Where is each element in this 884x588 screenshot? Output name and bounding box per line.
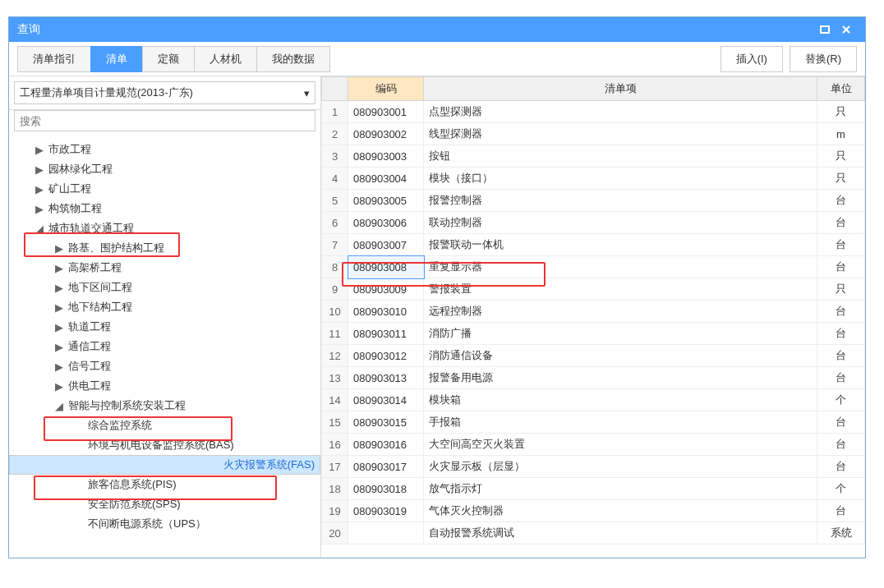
tree-item[interactable]: 安全防范系统(SPS)	[9, 494, 320, 514]
cell-unit[interactable]: 台	[817, 256, 865, 278]
tab-1[interactable]: 清单	[90, 46, 143, 72]
tree-item[interactable]: ▶信号工程	[9, 356, 320, 376]
tree-item[interactable]: 不间断电源系统（UPS）	[9, 514, 320, 534]
cell-unit[interactable]: m	[817, 123, 865, 145]
cell-code[interactable]: 080903003	[348, 145, 424, 168]
tree-item[interactable]: ▶构筑物工程	[9, 199, 320, 218]
cell-code[interactable]: 080903011	[348, 323, 424, 345]
cell-code[interactable]: 080903014	[348, 389, 424, 411]
tree-item[interactable]: ▶轨道工程	[9, 317, 320, 337]
cell-unit[interactable]: 只	[817, 145, 865, 168]
col-code[interactable]: 编码	[348, 77, 424, 101]
table-row[interactable]: 17080903017火灾显示板（层显）台	[322, 456, 865, 478]
cell-unit[interactable]: 台	[817, 234, 865, 256]
tree-item[interactable]: ◢城市轨道交通工程	[9, 218, 320, 238]
table-row[interactable]: 18080903018放气指示灯个	[322, 478, 865, 500]
cell-item[interactable]: 警报装置	[424, 278, 817, 301]
cell-item[interactable]: 消防广播	[424, 323, 817, 345]
cell-code[interactable]: 080903005	[348, 190, 424, 212]
cell-code[interactable]: 080903009	[348, 278, 424, 301]
cell-unit[interactable]: 个	[817, 478, 865, 500]
cell-code[interactable]: 080903015	[348, 411, 424, 434]
cell-unit[interactable]: 只	[817, 278, 865, 301]
cell-code[interactable]: 080903001	[348, 101, 424, 123]
table-row[interactable]: 5080903005报警控制器台	[322, 190, 865, 212]
cell-code[interactable]: 080903006	[348, 212, 424, 234]
cell-item[interactable]: 消防通信设备	[424, 345, 817, 367]
cell-code[interactable]: 080903002	[348, 123, 424, 145]
table-row[interactable]: 6080903006联动控制器台	[322, 212, 865, 234]
table-row[interactable]: 3080903003按钮只	[322, 145, 865, 168]
cell-code[interactable]: 080903013	[348, 367, 424, 389]
table-row[interactable]: 4080903004模块（接口）只	[322, 168, 865, 190]
col-unit[interactable]: 单位	[817, 77, 865, 101]
cell-unit[interactable]: 台	[817, 323, 865, 345]
cell-item[interactable]: 放气指示灯	[424, 478, 817, 500]
cell-item[interactable]: 点型探测器	[424, 101, 817, 123]
cell-item[interactable]: 大空间高空灭火装置	[424, 434, 817, 456]
insert-button[interactable]: 插入(I)	[721, 46, 783, 72]
cell-item[interactable]: 按钮	[424, 145, 817, 168]
cell-unit[interactable]: 系统	[817, 522, 865, 544]
cell-unit[interactable]: 个	[817, 389, 865, 411]
table-row[interactable]: 13080903013报警备用电源台	[322, 367, 865, 389]
cell-item[interactable]: 模块（接口）	[424, 168, 817, 190]
tree-item[interactable]: ◢智能与控制系统安装工程	[9, 396, 320, 416]
cell-unit[interactable]: 台	[817, 411, 865, 434]
table-row[interactable]: 8080903008重复显示器台	[322, 256, 865, 278]
close-icon[interactable]	[836, 19, 857, 40]
cell-code[interactable]: 080903007	[348, 234, 424, 256]
tab-4[interactable]: 我的数据	[256, 46, 330, 72]
cell-code[interactable]: 080903016	[348, 434, 424, 456]
table-row[interactable]: 19080903019气体灭火控制器台	[322, 500, 865, 522]
tab-3[interactable]: 人材机	[194, 46, 257, 72]
tree-item[interactable]: 旅客信息系统(PIS)	[9, 475, 320, 494]
cell-item[interactable]: 报警控制器	[424, 190, 817, 212]
cell-code[interactable]: 080903012	[348, 345, 424, 367]
tree-item[interactable]: ▶地下区间工程	[9, 278, 320, 297]
cell-item[interactable]: 模块箱	[424, 389, 817, 411]
col-item[interactable]: 清单项	[424, 77, 817, 101]
search-input[interactable]	[14, 110, 315, 131]
cell-item[interactable]: 自动报警系统调试	[424, 522, 817, 544]
cell-unit[interactable]: 台	[817, 301, 865, 323]
cell-item[interactable]: 报警联动一体机	[424, 234, 817, 256]
tree-item[interactable]: 火灾报警系统(FAS)	[9, 455, 320, 475]
cell-item[interactable]: 手报箱	[424, 411, 817, 434]
table-row[interactable]: 1080903001点型探测器只	[322, 101, 865, 123]
table-row[interactable]: 10080903010远程控制器台	[322, 301, 865, 323]
cell-unit[interactable]: 台	[817, 434, 865, 456]
cell-unit[interactable]: 台	[817, 456, 865, 478]
cell-item[interactable]: 报警备用电源	[424, 367, 817, 389]
spec-selector[interactable]: 工程量清单项目计量规范(2013-广东) ▾	[14, 81, 315, 104]
table-row[interactable]: 14080903014模块箱个	[322, 389, 865, 411]
cell-unit[interactable]: 只	[817, 101, 865, 123]
table-row[interactable]: 9080903009警报装置只	[322, 278, 865, 301]
cell-item[interactable]: 线型探测器	[424, 123, 817, 145]
tree-item[interactable]: 环境与机电设备监控系统(BAS)	[9, 435, 320, 455]
cell-code[interactable]: 080903019	[348, 500, 424, 522]
table-row[interactable]: 2080903002线型探测器m	[322, 123, 865, 145]
tab-0[interactable]: 清单指引	[17, 46, 91, 72]
table-row[interactable]: 16080903016大空间高空灭火装置台	[322, 434, 865, 456]
table-row[interactable]: 15080903015手报箱台	[322, 411, 865, 434]
table-row[interactable]: 20自动报警系统调试系统	[322, 522, 865, 544]
cell-unit[interactable]: 只	[817, 168, 865, 190]
tree-item[interactable]: ▶高架桥工程	[9, 258, 320, 278]
minimize-icon[interactable]	[814, 19, 836, 40]
cell-code[interactable]: 080903010	[348, 301, 424, 323]
table-row[interactable]: 12080903012消防通信设备台	[322, 345, 865, 367]
tree-item[interactable]: ▶市政工程	[9, 140, 320, 159]
cell-code[interactable]: 080903004	[348, 168, 424, 190]
cell-code[interactable]: 080903018	[348, 478, 424, 500]
tab-2[interactable]: 定额	[142, 46, 195, 72]
tree-item[interactable]: ▶地下结构工程	[9, 297, 320, 317]
tree-item[interactable]: ▶通信工程	[9, 337, 320, 356]
cell-code[interactable]: 080903008	[348, 256, 424, 278]
table-row[interactable]: 7080903007报警联动一体机台	[322, 234, 865, 256]
cell-item[interactable]: 联动控制器	[424, 212, 817, 234]
cell-unit[interactable]: 台	[817, 212, 865, 234]
table-row[interactable]: 11080903011消防广播台	[322, 323, 865, 345]
cell-code[interactable]: 080903017	[348, 456, 424, 478]
cell-item[interactable]: 远程控制器	[424, 301, 817, 323]
